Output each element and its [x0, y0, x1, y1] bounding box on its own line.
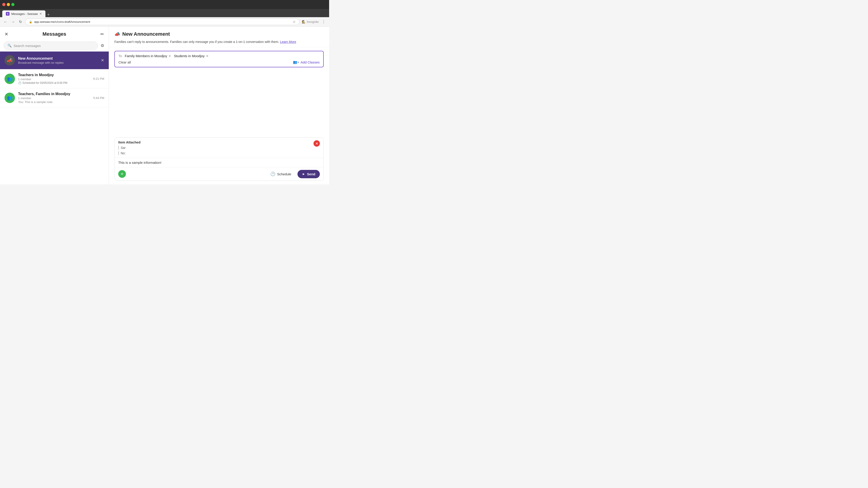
search-input: Search messages	[13, 44, 41, 48]
schedule-label: Schedule	[277, 172, 291, 176]
recipient-family-label: Family Members in Moodjoy	[125, 54, 167, 58]
avatar-announcement: 📣	[4, 55, 15, 66]
attached-label: Item Attached	[118, 140, 141, 144]
bookmark-btn[interactable]: ☆	[292, 20, 296, 24]
attached-content: Item Attached Sar No:	[118, 140, 141, 155]
to-actions-row: Clear all 👥+ Add Classes	[119, 60, 320, 64]
search-bar-container: 🔍 Search messages ⚙	[0, 40, 109, 52]
conv-member-count: 1 member	[18, 77, 90, 81]
tab-title: Messages - Seesaw	[11, 12, 38, 15]
new-tab-btn[interactable]: +	[45, 12, 52, 17]
main-content: 📣 New Announcement Families can't reply …	[109, 27, 329, 184]
lock-icon: 🔒	[29, 20, 32, 24]
announcement-title-row: 📣 New Announcement	[114, 31, 324, 37]
address-actions: ☆	[292, 20, 296, 24]
toolbar-actions: 🕐 Schedule ► Send	[267, 170, 320, 178]
remove-attachment-btn[interactable]: ✕	[313, 140, 320, 147]
avatar-icon: 📣	[7, 58, 13, 63]
app-layout: ✕ Messages ✏ 🔍 Search messages ⚙ 📣 New A…	[0, 27, 329, 184]
sidebar-title: Messages	[42, 31, 66, 37]
conv-info-teachers: Teachers in Moodjoy 1 member 🕐 Scheduled…	[18, 73, 90, 85]
to-field-container: To Family Members in Moodjoy ✕ Students …	[114, 51, 324, 67]
compose-new-btn[interactable]: ✏	[100, 31, 104, 37]
add-classes-label: Add Classes	[301, 60, 320, 64]
clear-all-btn[interactable]: Clear all	[119, 60, 131, 64]
remove-family-btn[interactable]: ✕	[168, 54, 171, 58]
window-close-btn[interactable]	[2, 3, 5, 6]
conv-time: 6:21 PM	[93, 77, 104, 80]
sidebar-header: ✕ Messages ✏	[0, 27, 109, 40]
conv-info-announcement: New Announcement Broadcast message with …	[18, 57, 98, 64]
avatar-icon: 👥	[7, 95, 13, 101]
message-input-row[interactable]: This is a sample information!	[115, 158, 323, 167]
megaphone-icon: 📣	[114, 31, 120, 37]
conv-time: 5:44 PM	[93, 96, 104, 100]
attached-line-2: No:	[118, 151, 141, 155]
search-icon: 🔍	[7, 43, 12, 48]
scheduled-text: Scheduled for 03/05/2024 at 8:00 PM	[22, 81, 67, 85]
forward-btn[interactable]: →	[10, 19, 16, 25]
clock-icon: 🕐	[18, 81, 22, 85]
add-classes-btn[interactable]: 👥+ Add Classes	[293, 60, 320, 64]
conv-preview: You: This is a sample note.	[18, 100, 90, 104]
browser-chrome	[0, 0, 329, 9]
send-label: Send	[307, 172, 315, 176]
window-min-btn[interactable]	[7, 3, 10, 6]
conv-name: Teachers, Families in Moodjoy	[18, 92, 90, 96]
attached-line-1: Sar	[118, 146, 141, 150]
avatar-teachers: 👥	[4, 74, 15, 84]
conv-sub: Broadcast message with no replies	[18, 61, 98, 64]
message-text: This is a sample information!	[118, 161, 161, 164]
conversation-item-teachers-families[interactable]: 👥 Teachers, Families in Moodjoy 1 member…	[0, 88, 109, 107]
remove-students-btn[interactable]: ✕	[206, 54, 209, 58]
incognito-indicator: 🕵️ Incognito	[302, 20, 319, 24]
sidebar: ✕ Messages ✏ 🔍 Search messages ⚙ 📣 New A…	[0, 27, 109, 184]
learn-more-link[interactable]: Learn More	[280, 40, 296, 43]
search-bar[interactable]: 🔍 Search messages	[4, 41, 98, 50]
refresh-btn[interactable]: ↻	[18, 19, 23, 25]
window-controls	[2, 3, 14, 6]
avatar-icon: 👥	[7, 76, 13, 82]
url-text: app.seesaw.me/c/conv.draftAnnouncement	[34, 20, 90, 24]
send-icon: ►	[302, 172, 305, 176]
add-classes-icon: 👥+	[293, 60, 299, 64]
compose-toolbar: + 🕐 Schedule ► Send	[115, 167, 323, 181]
incognito-icon: 🕵️	[302, 20, 305, 24]
window-max-btn[interactable]	[11, 3, 14, 6]
address-bar-row: ← → ↻ 🔒 app.seesaw.me/c/conv.draftAnnoun…	[0, 17, 329, 27]
conversation-list: 📣 New Announcement Broadcast message wit…	[0, 52, 109, 184]
announcement-header: 📣 New Announcement Families can't reply …	[109, 27, 329, 47]
address-bar[interactable]: 🔒 app.seesaw.me/c/conv.draftAnnouncement…	[25, 19, 300, 25]
attached-item: Item Attached Sar No: ✕	[115, 138, 323, 158]
conversation-item-teachers-moodjoy[interactable]: 👥 Teachers in Moodjoy 1 member 🕐 Schedul…	[0, 69, 109, 88]
tab-bar: S Messages - Seesaw ✕ +	[0, 9, 329, 17]
recipient-chip-students: Students in Moodjoy ✕	[174, 54, 209, 58]
tab-close-btn[interactable]: ✕	[39, 12, 42, 15]
conv-close-btn[interactable]: ✕	[101, 58, 104, 63]
avatar-teachers-families: 👥	[4, 93, 15, 103]
conv-scheduled: 🕐 Scheduled for 03/05/2024 at 8:00 PM	[18, 81, 90, 85]
conv-info-teachers-families: Teachers, Families in Moodjoy 1 member Y…	[18, 92, 90, 104]
compose-area: Item Attached Sar No: ✕ This is a sample…	[114, 137, 324, 181]
to-field-row: To Family Members in Moodjoy ✕ Students …	[119, 54, 320, 58]
recipient-students-label: Students in Moodjoy	[174, 54, 205, 58]
conv-member-count: 1 member	[18, 96, 90, 100]
announcement-title: New Announcement	[122, 31, 170, 37]
conv-name: Teachers in Moodjoy	[18, 73, 90, 77]
menu-btn[interactable]: ⋮	[321, 19, 327, 25]
send-btn[interactable]: ► Send	[298, 170, 320, 178]
add-content-btn[interactable]: +	[118, 170, 126, 178]
schedule-btn[interactable]: 🕐 Schedule	[267, 170, 295, 178]
conv-name: New Announcement	[18, 57, 98, 61]
recipient-chip-family: Family Members in Moodjoy ✕	[125, 54, 171, 58]
filter-btn[interactable]: ⚙	[100, 42, 105, 49]
clock-schedule-icon: 🕐	[270, 171, 275, 176]
sidebar-close-btn[interactable]: ✕	[4, 31, 8, 37]
to-label: To	[119, 54, 122, 58]
conversation-item-new-announcement[interactable]: 📣 New Announcement Broadcast message wit…	[0, 52, 109, 69]
incognito-label: Incognito	[307, 20, 319, 24]
tab-favicon: S	[6, 12, 9, 15]
announcement-description: Families can't reply to announcements. F…	[114, 39, 324, 44]
active-tab[interactable]: S Messages - Seesaw ✕	[2, 10, 45, 17]
back-btn[interactable]: ←	[3, 19, 8, 25]
